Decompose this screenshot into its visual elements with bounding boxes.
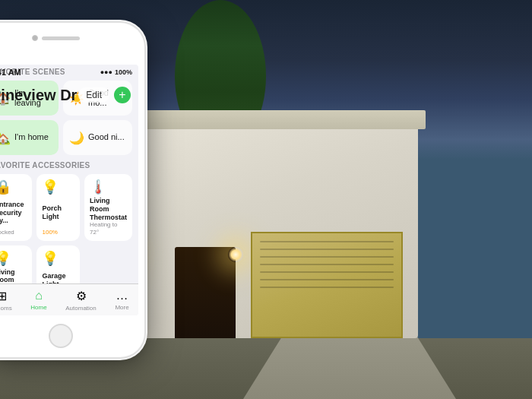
tab-more[interactable]: … More xyxy=(115,289,128,311)
accessory-thermostat[interactable]: 🌡️ Living Room Thermostat Heating to 72° xyxy=(84,174,132,241)
home-tab-icon: ⌂ xyxy=(35,289,43,302)
status-bar: 9:41 AM ●●● 100% xyxy=(0,65,138,80)
home-icon: 🏡 xyxy=(0,131,11,145)
phone-speaker xyxy=(42,36,80,40)
scene-im-home[interactable]: 🏡 I'm home xyxy=(0,120,59,155)
phone-screen: 9:41 AM ●●● 100% Pineview Dr Edit + Favo… xyxy=(0,65,138,315)
lamp-icon: 💡 xyxy=(0,250,27,267)
signal-icon: ●●● xyxy=(100,68,112,76)
home-title: Pineview Dr xyxy=(0,87,77,104)
more-label: More xyxy=(115,304,128,311)
garage-light-name: Garage Light xyxy=(42,272,74,283)
rooms-label: Rooms xyxy=(0,305,12,312)
porch-light-name: Porch Light xyxy=(42,204,74,221)
scroll-content: Pineview Dr Edit + Favorite Scenes 🏠 I'm… xyxy=(0,65,138,283)
lamp-name: Living Room Lamp xyxy=(0,268,27,283)
scenes-row-2: 🏡 I'm home 🌙 Good ni... xyxy=(0,119,138,158)
status-time: 9:41 AM xyxy=(0,68,21,77)
security-name: Entrance Security Sy... xyxy=(0,201,27,225)
porch-light-status: 100% xyxy=(42,229,74,236)
add-button[interactable]: + xyxy=(114,87,131,103)
edit-button[interactable]: Edit xyxy=(78,87,109,103)
accessory-entrance-security[interactable]: 🔒 Entrance Security Sy... Locked xyxy=(0,174,32,241)
porch-light-icon: 💡 xyxy=(42,179,74,195)
accessory-living-room-lamp[interactable]: 💡 Living Room Lamp 60% xyxy=(0,245,32,283)
night-label: Good ni... xyxy=(88,132,125,142)
status-icons: ●●● 100% xyxy=(100,68,132,76)
rooms-icon: ⊞ xyxy=(0,289,7,303)
home-label: I'm home xyxy=(14,132,49,142)
security-status: Locked xyxy=(0,229,27,236)
night-icon: 🌙 xyxy=(69,131,84,145)
accessories-section-label: Favorite Accessories xyxy=(0,158,138,171)
home-tab-label: Home xyxy=(30,304,46,311)
phone-camera xyxy=(32,35,38,41)
automation-label: Automation xyxy=(65,305,96,312)
phone-home-button[interactable] xyxy=(49,324,73,348)
accessory-garage-light[interactable]: 💡 Garage Light 100% xyxy=(36,245,80,283)
tab-rooms[interactable]: ⊞ Rooms xyxy=(0,289,12,312)
thermostat-icon: 🌡️ xyxy=(90,179,127,195)
garage-light-icon: 💡 xyxy=(42,250,74,267)
phone-mockup: 9:41 AM ●●● 100% Pineview Dr Edit + Favo… xyxy=(0,23,144,357)
battery-icon: 100% xyxy=(115,68,132,76)
accessory-porch-light[interactable]: 💡 Porch Light 100% xyxy=(36,174,80,241)
security-icon: 🔒 xyxy=(0,179,27,195)
thermostat-status: Heating to 72° xyxy=(90,221,127,236)
automation-icon: ⚙ xyxy=(76,289,87,303)
home-header: Pineview Dr Edit + xyxy=(0,80,138,110)
more-icon: … xyxy=(116,289,128,302)
thermostat-name: Living Room Thermostat xyxy=(90,197,127,221)
header-actions: Edit + xyxy=(78,87,131,103)
accessories-grid: 🔒 Entrance Security Sy... Locked 💡 Porch… xyxy=(0,171,138,283)
scene-good-night[interactable]: 🌙 Good ni... xyxy=(63,120,132,155)
tab-home[interactable]: ⌂ Home xyxy=(30,289,46,311)
tab-bar: ⊞ Rooms ⌂ Home ⚙ Automation … More xyxy=(0,283,138,315)
tab-automation[interactable]: ⚙ Automation xyxy=(65,289,96,312)
